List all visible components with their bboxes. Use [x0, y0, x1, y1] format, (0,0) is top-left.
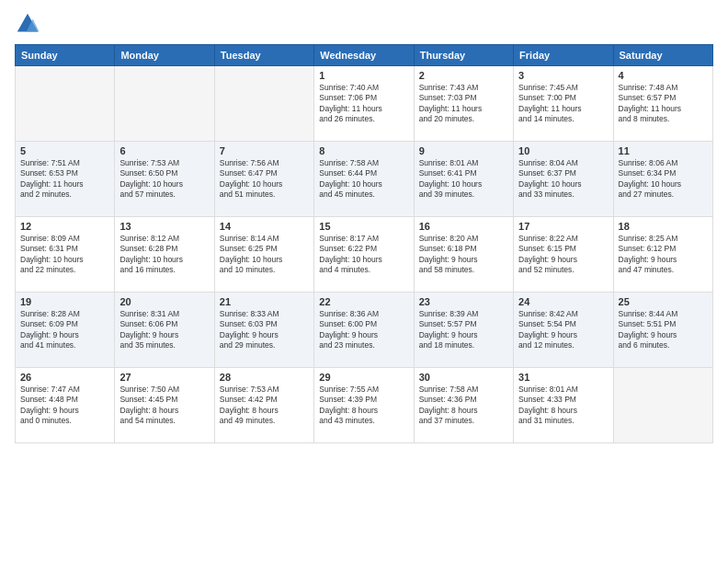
- day-info: Sunrise: 8:25 AMSunset: 6:12 PMDaylight:…: [619, 234, 708, 276]
- calendar-cell: 5Sunrise: 7:51 AMSunset: 6:53 PMDaylight…: [16, 142, 115, 217]
- calendar-cell: 2Sunrise: 7:43 AMSunset: 7:03 PMDaylight…: [414, 66, 513, 142]
- day-number: 6: [119, 145, 209, 156]
- day-number: 19: [20, 296, 109, 307]
- day-info: Sunrise: 8:12 AMSunset: 6:28 PMDaylight:…: [119, 234, 209, 276]
- day-info: Sunrise: 8:06 AMSunset: 6:34 PMDaylight:…: [619, 158, 708, 201]
- calendar-cell: 16Sunrise: 8:20 AMSunset: 6:18 PMDayligh…: [414, 217, 513, 293]
- day-number: 3: [518, 70, 608, 81]
- calendar-cell: 9Sunrise: 8:01 AMSunset: 6:41 PMDaylight…: [414, 142, 513, 217]
- day-number: 18: [619, 221, 708, 232]
- header: [15, 11, 713, 37]
- calendar-cell: 30Sunrise: 7:58 AMSunset: 4:36 PMDayligh…: [414, 368, 513, 443]
- day-number: 27: [119, 372, 209, 383]
- logo: [15, 11, 44, 37]
- week-row-5: 26Sunrise: 7:47 AMSunset: 4:48 PMDayligh…: [16, 368, 713, 443]
- day-number: 25: [619, 296, 708, 307]
- page: SundayMondayTuesdayWednesdayThursdayFrid…: [0, 0, 728, 563]
- day-number: 21: [220, 296, 309, 307]
- week-row-1: 1Sunrise: 7:40 AMSunset: 7:06 PMDaylight…: [16, 66, 713, 142]
- weekday-header-monday: Monday: [115, 45, 214, 66]
- calendar-cell: 17Sunrise: 8:22 AMSunset: 6:15 PMDayligh…: [514, 217, 613, 293]
- week-row-3: 12Sunrise: 8:09 AMSunset: 6:31 PMDayligh…: [16, 217, 713, 293]
- day-info: Sunrise: 8:14 AMSunset: 6:25 PMDaylight:…: [220, 234, 309, 276]
- day-info: Sunrise: 8:36 AMSunset: 6:00 PMDaylight:…: [319, 309, 408, 351]
- day-number: 16: [419, 221, 508, 232]
- day-info: Sunrise: 7:58 AMSunset: 4:36 PMDaylight:…: [419, 385, 508, 427]
- day-info: Sunrise: 8:42 AMSunset: 5:54 PMDaylight:…: [518, 309, 608, 351]
- day-info: Sunrise: 8:20 AMSunset: 6:18 PMDaylight:…: [419, 234, 508, 276]
- calendar-cell: [115, 66, 214, 142]
- day-number: 15: [319, 221, 408, 232]
- calendar-cell: 27Sunrise: 7:50 AMSunset: 4:45 PMDayligh…: [115, 368, 214, 443]
- calendar-cell: 15Sunrise: 8:17 AMSunset: 6:22 PMDayligh…: [314, 217, 414, 293]
- day-number: 1: [319, 70, 408, 81]
- day-number: 14: [220, 221, 309, 232]
- calendar-cell: 12Sunrise: 8:09 AMSunset: 6:31 PMDayligh…: [16, 217, 115, 293]
- day-info: Sunrise: 7:51 AMSunset: 6:53 PMDaylight:…: [20, 158, 109, 201]
- day-number: 5: [20, 145, 109, 156]
- calendar-cell: 3Sunrise: 7:45 AMSunset: 7:00 PMDaylight…: [514, 66, 613, 142]
- day-info: Sunrise: 7:58 AMSunset: 6:44 PMDaylight:…: [319, 158, 408, 201]
- day-info: Sunrise: 7:53 AMSunset: 4:42 PMDaylight:…: [220, 385, 309, 427]
- day-number: 31: [518, 372, 608, 383]
- calendar-cell: 22Sunrise: 8:36 AMSunset: 6:00 PMDayligh…: [314, 293, 414, 368]
- day-info: Sunrise: 7:50 AMSunset: 4:45 PMDaylight:…: [119, 385, 209, 427]
- week-row-4: 19Sunrise: 8:28 AMSunset: 6:09 PMDayligh…: [16, 293, 713, 368]
- calendar-cell: 6Sunrise: 7:53 AMSunset: 6:50 PMDaylight…: [115, 142, 214, 217]
- day-number: 4: [619, 70, 708, 81]
- calendar-cell: 18Sunrise: 8:25 AMSunset: 6:12 PMDayligh…: [613, 217, 712, 293]
- day-number: 11: [619, 145, 708, 156]
- day-number: 7: [220, 145, 309, 156]
- calendar-cell: 7Sunrise: 7:56 AMSunset: 6:47 PMDaylight…: [214, 142, 313, 217]
- weekday-header-saturday: Saturday: [613, 45, 712, 66]
- day-number: 29: [319, 372, 408, 383]
- day-info: Sunrise: 8:31 AMSunset: 6:06 PMDaylight:…: [119, 309, 209, 351]
- calendar-cell: [214, 66, 313, 142]
- week-row-2: 5Sunrise: 7:51 AMSunset: 6:53 PMDaylight…: [16, 142, 713, 217]
- calendar-cell: 20Sunrise: 8:31 AMSunset: 6:06 PMDayligh…: [115, 293, 214, 368]
- calendar-cell: 8Sunrise: 7:58 AMSunset: 6:44 PMDaylight…: [314, 142, 414, 217]
- day-number: 8: [319, 145, 408, 156]
- day-info: Sunrise: 7:40 AMSunset: 7:06 PMDaylight:…: [319, 83, 408, 125]
- day-number: 2: [419, 70, 508, 81]
- calendar-cell: 26Sunrise: 7:47 AMSunset: 4:48 PMDayligh…: [16, 368, 115, 443]
- calendar-cell: 13Sunrise: 8:12 AMSunset: 6:28 PMDayligh…: [115, 217, 214, 293]
- calendar-cell: 31Sunrise: 8:01 AMSunset: 4:33 PMDayligh…: [514, 368, 613, 443]
- day-number: 22: [319, 296, 408, 307]
- day-info: Sunrise: 8:17 AMSunset: 6:22 PMDaylight:…: [319, 234, 408, 276]
- calendar-cell: 23Sunrise: 8:39 AMSunset: 5:57 PMDayligh…: [414, 293, 513, 368]
- day-number: 30: [419, 372, 508, 383]
- calendar-cell: 19Sunrise: 8:28 AMSunset: 6:09 PMDayligh…: [16, 293, 115, 368]
- day-info: Sunrise: 7:53 AMSunset: 6:50 PMDaylight:…: [119, 158, 209, 201]
- day-info: Sunrise: 8:01 AMSunset: 4:33 PMDaylight:…: [518, 385, 608, 427]
- day-number: 12: [20, 221, 109, 232]
- calendar-cell: [613, 368, 712, 443]
- day-number: 23: [419, 296, 508, 307]
- logo-icon: [15, 11, 40, 37]
- day-info: Sunrise: 7:56 AMSunset: 6:47 PMDaylight:…: [220, 158, 309, 201]
- weekday-header-sunday: Sunday: [16, 45, 115, 66]
- day-number: 10: [518, 145, 608, 156]
- calendar-cell: 29Sunrise: 7:55 AMSunset: 4:39 PMDayligh…: [314, 368, 414, 443]
- calendar-cell: 1Sunrise: 7:40 AMSunset: 7:06 PMDaylight…: [314, 66, 414, 142]
- day-info: Sunrise: 8:01 AMSunset: 6:41 PMDaylight:…: [419, 158, 508, 201]
- calendar-cell: 28Sunrise: 7:53 AMSunset: 4:42 PMDayligh…: [214, 368, 313, 443]
- day-info: Sunrise: 7:47 AMSunset: 4:48 PMDaylight:…: [20, 385, 109, 427]
- calendar-cell: 14Sunrise: 8:14 AMSunset: 6:25 PMDayligh…: [214, 217, 313, 293]
- weekday-header-friday: Friday: [514, 45, 613, 66]
- day-info: Sunrise: 7:45 AMSunset: 7:00 PMDaylight:…: [518, 83, 608, 125]
- weekday-header-wednesday: Wednesday: [314, 45, 414, 66]
- day-info: Sunrise: 8:44 AMSunset: 5:51 PMDaylight:…: [619, 309, 708, 351]
- day-info: Sunrise: 8:33 AMSunset: 6:03 PMDaylight:…: [220, 309, 309, 351]
- day-info: Sunrise: 8:39 AMSunset: 5:57 PMDaylight:…: [419, 309, 508, 351]
- day-number: 28: [220, 372, 309, 383]
- day-info: Sunrise: 8:28 AMSunset: 6:09 PMDaylight:…: [20, 309, 109, 351]
- day-info: Sunrise: 7:48 AMSunset: 6:57 PMDaylight:…: [619, 83, 708, 125]
- day-number: 17: [518, 221, 608, 232]
- calendar-cell: 25Sunrise: 8:44 AMSunset: 5:51 PMDayligh…: [613, 293, 712, 368]
- calendar-cell: 4Sunrise: 7:48 AMSunset: 6:57 PMDaylight…: [613, 66, 712, 142]
- day-info: Sunrise: 7:55 AMSunset: 4:39 PMDaylight:…: [319, 385, 408, 427]
- weekday-header-thursday: Thursday: [414, 45, 513, 66]
- day-info: Sunrise: 7:43 AMSunset: 7:03 PMDaylight:…: [419, 83, 508, 125]
- day-info: Sunrise: 8:22 AMSunset: 6:15 PMDaylight:…: [518, 234, 608, 276]
